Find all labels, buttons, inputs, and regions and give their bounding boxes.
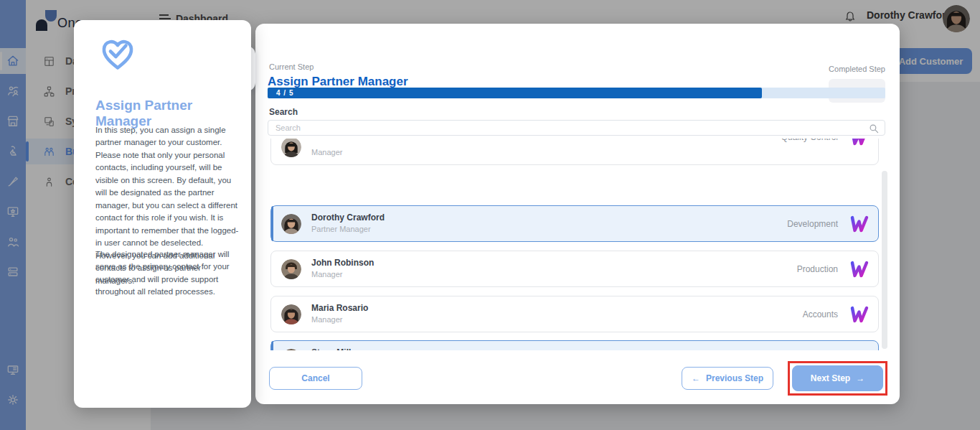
current-step-label: Current Step xyxy=(269,62,314,71)
previous-step-label: Previous Step xyxy=(706,373,763,383)
previous-step-button[interactable]: ← Previous Step xyxy=(682,367,773,390)
contact-role: Partner Manager xyxy=(311,225,371,233)
company-logo-icon xyxy=(848,348,870,350)
avatar xyxy=(281,349,301,350)
list-scrollbar[interactable] xyxy=(882,171,887,349)
contact-department: Production xyxy=(797,264,838,274)
company-logo-icon xyxy=(848,139,870,151)
contact-row-partial[interactable]: Manager Quality Control xyxy=(270,139,879,165)
contact-department: Development xyxy=(787,219,838,229)
wizard-info-panel: Assign Partner Manager In this step, you… xyxy=(74,20,251,408)
avatar xyxy=(281,214,301,234)
wizard-step-description-2: The designated partner manager will serv… xyxy=(95,248,239,299)
contact-row-steve-miller[interactable]: Steve Miller Administrator Admin xyxy=(270,340,879,350)
contact-department: Quality Control xyxy=(781,139,838,142)
contacts-list: Manager Quality Control Dorothy Crawford… xyxy=(268,139,885,350)
current-step-title: Assign Partner Manager xyxy=(268,75,408,89)
progress-fill: 4 / 5 xyxy=(268,88,762,98)
avatar xyxy=(281,259,301,279)
search-label: Search xyxy=(269,107,298,117)
screen: One Dashboard Dorothy Crawford Add Custo… xyxy=(0,0,980,430)
contact-row-john-robinson[interactable]: John Robinson Manager Production xyxy=(270,251,879,287)
avatar xyxy=(281,304,301,324)
contact-role: Manager xyxy=(311,148,342,156)
contact-name: John Robinson xyxy=(311,258,374,268)
cancel-label: Cancel xyxy=(301,373,329,383)
progress-label: 4 / 5 xyxy=(268,89,293,97)
contact-row-dorothy-crawford[interactable]: Dorothy Crawford Partner Manager Develop… xyxy=(270,205,879,242)
completed-step-label: Completed Step xyxy=(829,65,885,73)
search-input[interactable] xyxy=(268,121,885,135)
progress-bar: 4 / 5 xyxy=(268,88,885,98)
contact-role: Manager xyxy=(311,270,342,279)
contact-name: Dorothy Crawford xyxy=(311,212,385,223)
annotation-highlight-box xyxy=(788,361,887,396)
company-logo-icon xyxy=(848,304,870,328)
company-logo-icon xyxy=(848,258,870,283)
contact-name: Steve Miller xyxy=(311,347,359,350)
contact-name: Maria Rosario xyxy=(311,303,368,313)
search-icon[interactable] xyxy=(869,123,879,134)
cancel-button[interactable]: Cancel xyxy=(269,367,362,390)
arrow-left-icon: ← xyxy=(692,373,700,383)
contact-role: Manager xyxy=(311,315,342,324)
wizard-main-panel: Current Step Assign Partner Manager Comp… xyxy=(255,24,900,404)
company-logo-icon xyxy=(848,213,870,238)
contact-department: Accounts xyxy=(803,309,838,319)
avatar xyxy=(281,139,301,157)
contact-row-maria-rosario[interactable]: Maria Rosario Manager Accounts xyxy=(270,296,879,332)
search-field xyxy=(268,120,885,136)
heart-check-icon xyxy=(95,34,140,82)
